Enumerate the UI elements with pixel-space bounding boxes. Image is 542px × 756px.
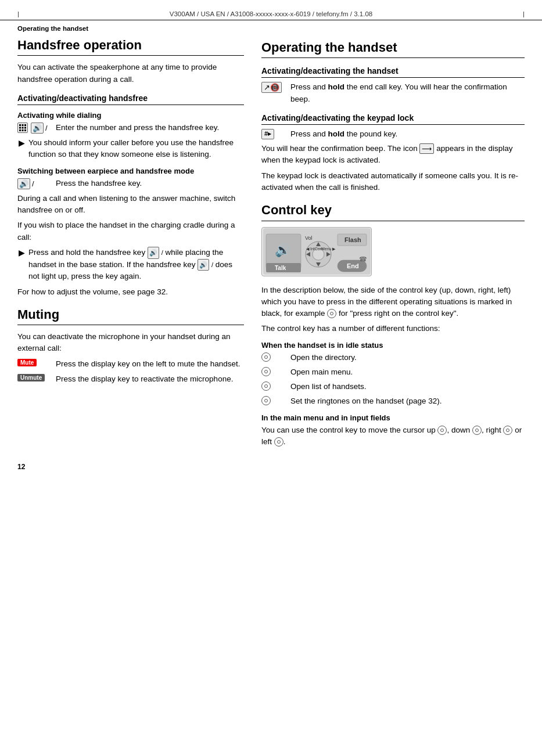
keypad-icon (17, 123, 28, 133)
keypad-lock-text: Press and hold the pound key. (290, 128, 525, 140)
control-key-divider (261, 221, 525, 221)
mute-badge: Mute (17, 359, 37, 366)
keypad-lock-row: #▸ Press and hold the pound key. (261, 128, 525, 140)
dialing-icon-cell: 🔊 / (17, 122, 52, 134)
idle-text-3: Open list of handsets. (290, 381, 525, 393)
handsfree-key-icon: 🔊 (31, 123, 44, 134)
switching-body1: During a call and when listening to the … (17, 193, 244, 217)
control-desc2: The control key has a number of differen… (261, 323, 525, 334)
svg-rect-4 (22, 127, 24, 129)
muting-intro: You can deactivate the microphone in you… (17, 331, 244, 355)
menu-heading: In the main menu and in input fields (261, 413, 525, 422)
svg-rect-1 (22, 124, 24, 126)
svg-text:🔊: 🔊 (275, 242, 291, 258)
header-pipe-left: | (17, 10, 19, 17)
nav-circle-down (261, 367, 271, 376)
lock-icon-inline: ⟶ (419, 143, 434, 154)
switching-body2: If you wish to place the handset in the … (17, 219, 244, 243)
idle-status-heading: When the handset is in idle status (261, 341, 525, 350)
activating-handset-heading: Activating/deactivating the handset (261, 66, 525, 75)
slash-icon2: / (32, 179, 34, 188)
svg-rect-5 (24, 127, 26, 129)
handsfree-inline-icon: 🔊 (148, 247, 159, 259)
activating-handset-text: Press and hold the end call key. You wil… (290, 81, 525, 105)
svg-rect-3 (19, 127, 21, 129)
idle-icon-3 (261, 381, 290, 391)
switching-heading: Switching between earpiece and handsfree… (17, 167, 244, 175)
idle-text-2: Open main menu. (290, 366, 525, 378)
svg-rect-2 (24, 124, 26, 126)
idle-text-4: Set the ringtones on the handset (page 3… (290, 395, 525, 407)
activating-handset-row: ↗📵 Press and hold the end call key. You … (261, 81, 525, 105)
nav-inner (506, 429, 509, 432)
svg-text:Talk: Talk (275, 265, 286, 271)
nav-right-inline (503, 426, 512, 435)
nav-down-inline (472, 426, 482, 435)
menu-desc-full: You can use the control key to move the … (261, 424, 525, 448)
idle-icon-2 (261, 366, 290, 376)
example-nav-right-icon (327, 309, 336, 318)
bullet1-arrow: ▶ (19, 137, 25, 149)
unmute-text: Press the display key to reactivate the … (56, 373, 244, 385)
control-desc1: In the description below, the side of th… (261, 285, 525, 320)
keypad-lock-heading: Activating/deactivating the keypad lock (261, 113, 525, 123)
bullet2-arrow: ▶ (19, 247, 25, 259)
idle-item-3: Open list of handsets. (261, 381, 525, 393)
activating-handsfree-heading: Activating/deactivating handsfree (17, 93, 244, 103)
nav-inner (264, 399, 268, 402)
nav-inner (475, 429, 479, 432)
nav-inner (330, 312, 333, 315)
bullet2-row: ▶ Press and hold the handsfree key 🔊 / w… (19, 247, 244, 283)
handsfree-inline-icon2: 🔊 (198, 259, 209, 271)
nav-circle-right (261, 381, 271, 391)
operating-heading: Operating the handset (261, 40, 525, 55)
handsfree-intro: You can activate the speakerphone at any… (17, 62, 244, 85)
control-key-svg: 🔊 Talk Vol ◀ IntCom Menu ▶ (263, 228, 371, 275)
mute-row: Mute Press the display key on the left t… (17, 358, 244, 370)
nav-up-inline (437, 426, 447, 435)
bullet1-text: You should inform your caller before you… (28, 137, 244, 161)
volume-note: For how to adjust the volume, see page 3… (17, 286, 244, 298)
pound-key-icon: #▸ (261, 129, 274, 139)
nav-left-inline (274, 437, 283, 447)
nav-inner (440, 429, 444, 432)
left-column: Operating the handset Handsfree operatio… (17, 25, 244, 451)
idle-item-4: Set the ringtones on the handset (page 3… (261, 395, 525, 407)
content-columns: Operating the handset Handsfree operatio… (0, 25, 542, 451)
dialing-text: Enter the number and press the handsfree… (56, 122, 244, 134)
switching-row: 🔊 / Press the handsfree key. (17, 178, 244, 189)
bullet1-row: ▶ You should inform your caller before y… (19, 137, 244, 161)
bullet2-text: Press and hold the handsfree key 🔊 / whi… (28, 247, 244, 283)
idle-item-1: Open the directory. (261, 352, 525, 363)
activating-handset-divider (261, 77, 525, 78)
keypad-lock-divider (261, 124, 525, 125)
keypad-body: You will hear the confirmation beep. The… (261, 143, 525, 167)
svg-text:☎: ☎ (359, 255, 367, 262)
svg-text:Menu ▶: Menu ▶ (321, 247, 336, 251)
idle-item-2: Open main menu. (261, 366, 525, 378)
idle-text-1: Open the directory. (290, 352, 525, 363)
control-key-heading: Control key (261, 203, 525, 218)
nav-circle-up (261, 352, 271, 362)
top-header: | V300AM / USA EN / A31008-xxxxx-xxxx-x-… (0, 10, 542, 20)
keypad-body3: The keypad lock is deactivated automatic… (261, 170, 525, 194)
unmute-icon-cell: Unmute (17, 373, 52, 381)
mute-icon-cell: Mute (17, 358, 52, 366)
operating-divider (261, 57, 525, 58)
svg-text:Flash: Flash (344, 236, 361, 243)
control-key-image: 🔊 Talk Vol ◀ IntCom Menu ▶ (261, 227, 372, 276)
idle-icon-4 (261, 395, 290, 405)
switching-icon-cell: 🔊 / (17, 178, 52, 189)
unmute-row: Unmute Press the display key to reactiva… (17, 373, 244, 385)
activating-handsfree-divider (17, 105, 244, 105)
idle-icon-1 (261, 352, 290, 362)
handsfree-key-icon2: 🔊 (17, 178, 30, 189)
muting-divider (17, 325, 244, 325)
dialing-row: 🔊 / Enter the number and press the hands… (17, 122, 244, 134)
handsfree-divider (17, 55, 244, 56)
end-call-icon: ↗📵 (261, 82, 282, 93)
svg-text:End: End (347, 262, 359, 269)
slash-icon: / (45, 124, 48, 132)
right-top-spacer (261, 25, 525, 38)
switching-text: Press the handsfree key. (56, 178, 244, 189)
